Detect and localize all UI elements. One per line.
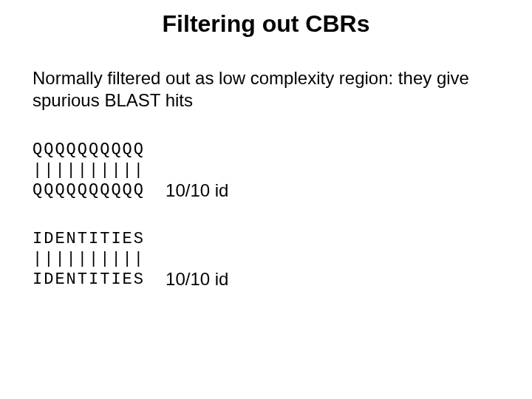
- slide-subtitle: Normally filtered out as low complexity …: [0, 67, 532, 112]
- alignment-seq2: IDENTITIES: [33, 270, 145, 289]
- alignment-seq1: IDENTITIES: [33, 230, 145, 248]
- alignment-block-1: QQQQQQQQQQ |||||||||| QQQQQQQQQQ 10/10 i…: [0, 140, 532, 201]
- alignment-match: ||||||||||: [33, 161, 145, 180]
- alignment-lines-2: IDENTITIES |||||||||| IDENTITIES: [33, 229, 145, 290]
- slide-title: Filtering out CBRs: [0, 0, 532, 67]
- alignment-score-1: 10/10 id: [166, 180, 228, 201]
- alignment-match: ||||||||||: [33, 250, 145, 268]
- alignment-score-2: 10/10 id: [166, 269, 228, 290]
- alignment-seq1: QQQQQQQQQQ: [33, 140, 145, 159]
- alignment-lines-1: QQQQQQQQQQ |||||||||| QQQQQQQQQQ: [33, 140, 145, 201]
- alignment-block-2: IDENTITIES |||||||||| IDENTITIES 10/10 i…: [0, 229, 532, 290]
- alignment-seq2: QQQQQQQQQQ: [33, 181, 145, 200]
